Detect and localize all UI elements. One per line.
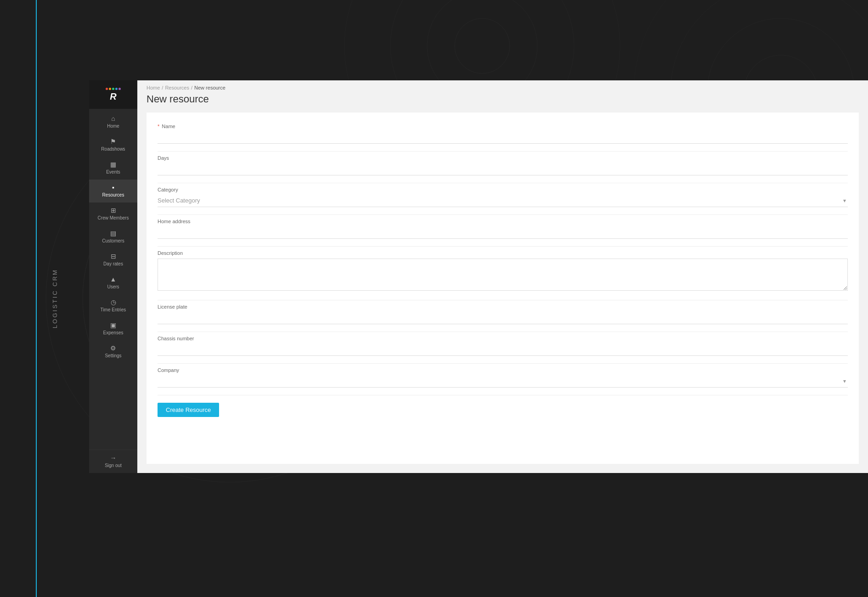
sidebar-item-day-rates[interactable]: ⊟ Day rates <box>89 248 137 271</box>
sidebar-label-time-entries: Time Entries <box>101 307 126 313</box>
sidebar-label-sign-out: Sign out <box>105 463 122 468</box>
users-icon: ▲ <box>110 276 117 282</box>
chassis-number-input[interactable] <box>158 343 848 356</box>
form-group-days: Days <box>158 155 848 175</box>
sidebar-item-crew-members[interactable]: ⊞ Crew Members <box>89 203 137 225</box>
divider-2 <box>158 183 848 183</box>
description-textarea[interactable] <box>158 259 848 291</box>
customers-icon: ▤ <box>110 230 116 237</box>
time-entries-icon: ◷ <box>111 299 116 305</box>
home-icon: ⌂ <box>111 115 115 122</box>
sidebar-item-sign-out[interactable]: → Sign out <box>89 450 137 473</box>
sidebar-nav: ⌂ Home ⚑ Roadshows ▦ Events ▪ Resources … <box>89 109 137 473</box>
form-group-category: Category Select Category Category 1 Cate… <box>158 187 848 207</box>
sidebar-item-settings[interactable]: ⚙ Settings <box>89 340 137 363</box>
sidebar-label-expenses: Expenses <box>103 330 124 336</box>
sidebar-item-customers[interactable]: ▤ Customers <box>89 225 137 248</box>
company-select[interactable]: Company 1 Company 2 <box>158 375 848 388</box>
app-label: LOGISTIC CRM <box>51 269 58 328</box>
sidebar-label-home: Home <box>107 124 119 129</box>
sidebar-item-users[interactable]: ▲ Users <box>89 271 137 294</box>
form-group-name: * Name <box>158 124 848 144</box>
sidebar-item-home[interactable]: ⌂ Home <box>89 111 137 134</box>
home-address-input[interactable] <box>158 226 848 239</box>
sidebar-logo: R <box>89 80 137 109</box>
sidebar-item-roadshows[interactable]: ⚑ Roadshows <box>89 134 137 157</box>
sidebar-label-roadshows: Roadshows <box>101 146 125 152</box>
form-group-company: Company Company 1 Company 2 <box>158 367 848 388</box>
events-icon: ▦ <box>110 161 116 168</box>
breadcrumb-sep-1: / <box>162 85 163 90</box>
home-address-label: Home address <box>158 219 848 224</box>
company-label: Company <box>158 367 848 373</box>
sidebar-item-expenses[interactable]: ▣ Expenses <box>89 317 137 340</box>
form-container: * Name Days Category Select Category Cat… <box>147 113 859 464</box>
breadcrumb-home[interactable]: Home <box>147 85 160 90</box>
roadshows-icon: ⚑ <box>110 138 116 145</box>
name-required: * <box>158 124 159 129</box>
license-plate-input[interactable] <box>158 311 848 324</box>
sign-out-icon: → <box>110 455 117 461</box>
sidebar-label-day-rates: Day rates <box>103 261 123 267</box>
resources-icon: ▪ <box>112 184 114 191</box>
form-group-description: Description <box>158 250 848 293</box>
sidebar-label-settings: Settings <box>105 353 121 359</box>
sidebar-label-crew-members: Crew Members <box>98 215 129 221</box>
breadcrumb: Home / Resources / New resource <box>137 80 868 92</box>
vertical-accent-line <box>36 0 37 597</box>
sidebar-item-resources[interactable]: ▪ Resources <box>89 180 137 203</box>
page-title: New resource <box>137 92 868 113</box>
form-group-license-plate: License plate <box>158 304 848 324</box>
category-select-wrapper: Select Category Category 1 Category 2 <box>158 194 848 207</box>
divider-1 <box>158 151 848 152</box>
company-select-wrapper: Company 1 Company 2 <box>158 375 848 388</box>
divider-4 <box>158 246 848 247</box>
name-label: * Name <box>158 124 848 129</box>
breadcrumb-sep-2: / <box>191 85 192 90</box>
breadcrumb-resources[interactable]: Resources <box>165 85 189 90</box>
category-label: Category <box>158 187 848 192</box>
name-input[interactable] <box>158 131 848 144</box>
days-label: Days <box>158 155 848 161</box>
divider-7 <box>158 363 848 364</box>
divider-3 <box>158 214 848 215</box>
category-select[interactable]: Select Category Category 1 Category 2 <box>158 194 848 207</box>
settings-icon: ⚙ <box>110 345 116 351</box>
sidebar-label-users: Users <box>107 284 119 290</box>
sidebar-label-customers: Customers <box>102 238 124 244</box>
main-layout: R ⌂ Home ⚑ Roadshows ▦ Events ▪ Resource… <box>89 80 868 473</box>
form-group-chassis-number: Chassis number <box>158 336 848 356</box>
day-rates-icon: ⊟ <box>111 253 116 259</box>
divider-6 <box>158 332 848 332</box>
license-plate-label: License plate <box>158 304 848 310</box>
chassis-number-label: Chassis number <box>158 336 848 341</box>
form-group-home-address: Home address <box>158 219 848 239</box>
description-label: Description <box>158 250 848 256</box>
sidebar: R ⌂ Home ⚑ Roadshows ▦ Events ▪ Resource… <box>89 80 137 473</box>
sidebar-label-events: Events <box>106 169 120 175</box>
sidebar-label-resources: Resources <box>102 192 124 198</box>
divider-5 <box>158 300 848 300</box>
breadcrumb-current: New resource <box>194 85 225 90</box>
divider-8 <box>158 395 848 395</box>
days-input[interactable] <box>158 163 848 175</box>
svg-point-5 <box>455 18 510 73</box>
crew-members-icon: ⊞ <box>111 207 116 214</box>
content-area: Home / Resources / New resource New reso… <box>137 80 868 473</box>
sidebar-item-events[interactable]: ▦ Events <box>89 157 137 180</box>
logo-letter: R <box>106 91 121 102</box>
expenses-icon: ▣ <box>110 322 116 328</box>
sidebar-item-time-entries[interactable]: ◷ Time Entries <box>89 294 137 317</box>
create-resource-button[interactable]: Create Resource <box>158 403 219 417</box>
